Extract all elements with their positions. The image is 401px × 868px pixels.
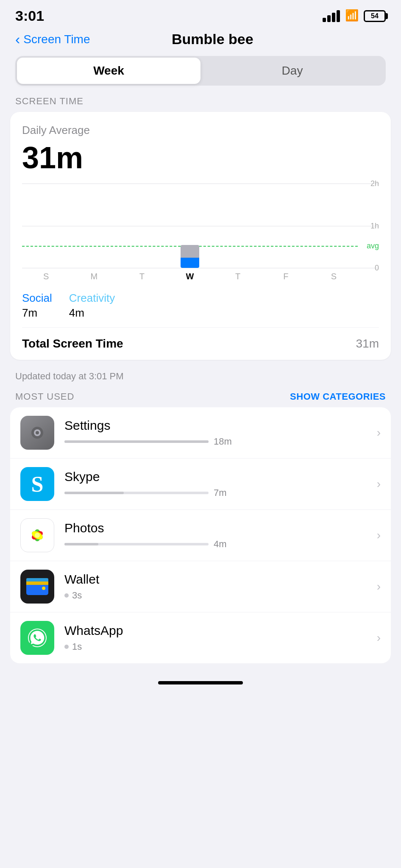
skype-bar-track	[64, 492, 209, 494]
category-social[interactable]: Social 7m	[22, 292, 52, 320]
avg-label: avg	[367, 242, 379, 250]
photos-chevron-icon: ›	[377, 529, 381, 542]
settings-app-time: 18m	[214, 436, 232, 447]
settings-app-name: Settings	[64, 418, 372, 433]
back-chevron-icon: ‹	[15, 31, 20, 47]
y-label-1h: 1h	[370, 221, 379, 230]
skype-app-time: 7m	[214, 487, 227, 498]
creativity-time: 4m	[69, 306, 115, 320]
chart-day-s1: S	[22, 272, 70, 281]
app-row-photos[interactable]: Photos 4m ›	[10, 510, 391, 561]
updated-text: Updated today at 3:01 PM	[0, 367, 401, 391]
skype-app-icon: S	[20, 467, 54, 501]
day-tab[interactable]: Day	[200, 58, 384, 84]
battery-icon: 54	[364, 10, 386, 22]
skype-app-name: Skype	[64, 470, 372, 484]
whatsapp-chevron-icon: ›	[377, 631, 381, 645]
wallet-app-name: Wallet	[64, 572, 372, 587]
app-row-settings[interactable]: Settings 18m ›	[10, 407, 391, 459]
photos-app-info: Photos 4m	[64, 521, 372, 550]
creativity-label: Creativity	[69, 292, 115, 305]
daily-avg-value: 31m	[22, 140, 379, 175]
whatsapp-bar-container: 1s	[64, 641, 372, 652]
most-used-label: MOST USED	[15, 391, 74, 402]
settings-bar-track	[64, 440, 209, 443]
app-list: Settings 18m › S Skype 7m ›	[10, 407, 391, 663]
svg-point-2	[36, 431, 39, 434]
whatsapp-app-time: 1s	[72, 641, 82, 652]
bar-blue-w	[181, 258, 199, 268]
nav-bar: ‹ Screen Time Bumble bee	[0, 28, 401, 56]
skype-bar-fill	[64, 492, 124, 494]
signal-icon	[323, 10, 340, 22]
bar-col-m	[70, 184, 118, 268]
skype-app-info: Skype 7m	[64, 470, 372, 498]
photos-bar-container: 4m	[64, 539, 372, 550]
photos-bar-fill	[64, 543, 98, 545]
status-bar: 3:01 📶 54	[0, 0, 401, 28]
whatsapp-app-info: WhatsApp 1s	[64, 623, 372, 652]
app-row-wallet[interactable]: Wallet 3s ›	[10, 561, 391, 612]
wallet-app-icon	[20, 570, 54, 604]
whatsapp-app-name: WhatsApp	[64, 623, 372, 638]
whatsapp-app-icon	[20, 621, 54, 655]
categories-row: Social 7m Creativity 4m	[22, 283, 379, 328]
chart-day-w: W	[166, 272, 214, 281]
y-label-2h: 2h	[370, 179, 379, 188]
svg-point-14	[42, 587, 45, 590]
wallet-bar-container: 3s	[64, 590, 372, 601]
week-tab[interactable]: Week	[17, 58, 200, 84]
y-label-0: 0	[375, 264, 379, 273]
social-label: Social	[22, 292, 52, 305]
app-row-whatsapp[interactable]: WhatsApp 1s ›	[10, 612, 391, 663]
total-label: Total Screen Time	[22, 337, 123, 351]
bar-col-s2	[310, 184, 358, 268]
chart-day-m: M	[70, 272, 118, 281]
skype-chevron-icon: ›	[377, 477, 381, 491]
wallet-dot	[64, 593, 69, 598]
photos-app-name: Photos	[64, 521, 372, 535]
screen-time-section-label: SCREEN TIME	[0, 96, 401, 112]
home-indicator	[0, 676, 401, 688]
bar-col-w	[166, 184, 214, 268]
most-used-header: MOST USED SHOW CATEGORIES	[0, 391, 401, 407]
wallet-app-time: 3s	[72, 590, 82, 601]
back-button[interactable]: ‹ Screen Time	[15, 31, 90, 47]
daily-avg-label: Daily Average	[22, 124, 379, 137]
segment-control: Week Day	[15, 56, 386, 86]
settings-bar-container: 18m	[64, 436, 372, 447]
whatsapp-dot	[64, 645, 69, 649]
show-categories-button[interactable]: SHOW CATEGORIES	[290, 391, 386, 402]
home-bar	[158, 681, 243, 684]
chart-day-s2: S	[310, 272, 358, 281]
bar-gray-w	[181, 245, 199, 258]
total-row: Total Screen Time 31m	[22, 328, 379, 360]
svg-point-9	[35, 533, 40, 538]
svg-rect-12	[26, 581, 48, 585]
category-creativity[interactable]: Creativity 4m	[69, 292, 115, 320]
chart: 2h 1h 0 avg	[22, 184, 379, 283]
chart-area: 2h 1h 0 avg	[22, 184, 379, 268]
photos-app-icon	[20, 518, 54, 552]
screen-time-card: Daily Average 31m 2h 1h 0 avg	[10, 112, 391, 360]
app-row-skype[interactable]: S Skype 7m ›	[10, 459, 391, 510]
segment-control-wrap: Week Day	[0, 56, 401, 96]
settings-chevron-icon: ›	[377, 426, 381, 440]
battery-level: 54	[371, 12, 379, 20]
settings-bar-fill	[64, 440, 209, 443]
chart-day-f: F	[262, 272, 310, 281]
status-icons: 📶 54	[323, 9, 386, 23]
photos-app-time: 4m	[214, 539, 227, 550]
bar-col-t2	[214, 184, 262, 268]
settings-app-icon	[20, 416, 54, 450]
bar-col-t1	[118, 184, 166, 268]
settings-app-info: Settings 18m	[64, 418, 372, 447]
skype-bar-container: 7m	[64, 487, 372, 498]
bars-container	[22, 184, 358, 268]
wallet-app-info: Wallet 3s	[64, 572, 372, 601]
grid-line-bottom	[22, 268, 379, 268]
bar-col-f	[262, 184, 310, 268]
total-value: 31m	[356, 337, 379, 351]
page-title: Bumble bee	[172, 31, 304, 47]
chart-days: S M T W T F S	[22, 268, 358, 283]
